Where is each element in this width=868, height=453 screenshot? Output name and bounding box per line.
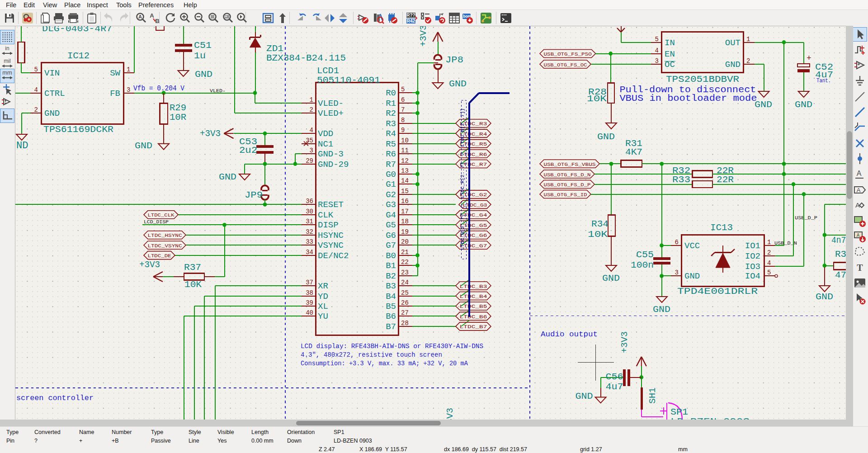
svg-text:TPS2051BDBVR: TPS2051BDBVR xyxy=(666,74,739,85)
svg-text:VDD: VDD xyxy=(318,129,333,139)
svg-text:VLED-: VLED- xyxy=(210,88,226,94)
svg-text:LTDC_B[2..7]}: LTDC_B[2..7]} xyxy=(460,108,465,147)
svg-text:USB_D_P: USB_D_P xyxy=(795,215,817,221)
svg-text:10: 10 xyxy=(401,137,409,144)
svg-text:YU: YU xyxy=(318,311,328,321)
svg-text:C55: C55 xyxy=(636,250,654,260)
svg-text:18: 18 xyxy=(401,218,409,225)
svg-text:VLED-: VLED- xyxy=(318,99,344,109)
svg-text:GND: GND xyxy=(219,172,236,182)
svg-text:22: 22 xyxy=(401,259,409,266)
svg-text:1: 1 xyxy=(127,66,130,73)
svg-text:21: 21 xyxy=(401,249,409,256)
svg-text:G6: G6 xyxy=(386,231,396,241)
svg-text:R5: R5 xyxy=(386,139,396,149)
svg-text:2: 2 xyxy=(746,57,750,65)
svg-text:4u7: 4u7 xyxy=(605,382,623,392)
svg-text:LCD1: LCD1 xyxy=(317,66,339,76)
svg-text:R42: R42 xyxy=(407,19,415,24)
svg-text:VIN: VIN xyxy=(44,68,60,78)
svg-text:4: 4 xyxy=(34,86,38,94)
svg-text:IN: IN xyxy=(665,38,675,48)
svg-text:R??: R?? xyxy=(406,13,415,18)
svg-text:40: 40 xyxy=(306,309,313,316)
svg-text:B5: B5 xyxy=(386,302,396,311)
svg-text:G7: G7 xyxy=(386,241,396,250)
svg-text:G3: G3 xyxy=(386,200,396,210)
svg-text:28: 28 xyxy=(401,320,409,327)
svg-text:TPS61169DCKR: TPS61169DCKR xyxy=(43,124,113,135)
svg-text:34: 34 xyxy=(306,249,313,256)
svg-text:30: 30 xyxy=(306,208,313,215)
svg-text:A: A xyxy=(857,233,860,238)
svg-text:1: 1 xyxy=(767,239,771,246)
svg-text:GND: GND xyxy=(684,271,700,281)
svg-text:IO2: IO2 xyxy=(745,251,760,261)
svg-text:B2: B2 xyxy=(386,271,396,281)
svg-text:3: 3 xyxy=(127,86,130,94)
svg-text:GND: GND xyxy=(602,273,620,283)
svg-text:ND: ND xyxy=(16,140,28,151)
svg-text:37: 37 xyxy=(306,279,313,286)
svg-text:B1: B1 xyxy=(386,261,396,271)
svg-text:SW: SW xyxy=(110,68,120,78)
svg-text:20: 20 xyxy=(401,238,409,245)
svg-text:2u2: 2u2 xyxy=(239,145,257,156)
svg-text:4: 4 xyxy=(310,127,313,134)
svg-text:JP8: JP8 xyxy=(445,55,463,65)
svg-text:26: 26 xyxy=(401,299,409,307)
svg-text:ZD1: ZD1 xyxy=(266,43,283,54)
svg-text:R34: R34 xyxy=(591,219,609,229)
svg-text:12: 12 xyxy=(401,157,409,165)
svg-text:GND: GND xyxy=(135,141,152,151)
svg-text:13: 13 xyxy=(401,167,409,175)
svg-text:USB_OTG_FS_PSO: USB_OTG_FS_PSO xyxy=(544,51,592,57)
svg-text:+3V3: +3V3 xyxy=(418,26,429,47)
svg-text:LD BZEN 0903: LD BZEN 0903 xyxy=(670,416,750,420)
svg-text:19: 19 xyxy=(401,228,409,236)
svg-text:Consumption: +3.3 V, max. 33 m: Consumption: +3.3 V, max. 33 mA; +32 V, … xyxy=(301,360,468,367)
svg-text:VSYNC: VSYNC xyxy=(318,241,344,250)
svg-text:2: 2 xyxy=(310,106,313,113)
svg-text:31: 31 xyxy=(306,218,313,225)
svg-text:16: 16 xyxy=(401,198,409,205)
svg-text:IO1: IO1 xyxy=(745,241,760,251)
svg-text:SP1: SP1 xyxy=(670,407,688,417)
svg-text:4.3", 480x272, resistive touch: 4.3", 480x272, resistive touch screen xyxy=(301,351,442,359)
svg-text:CLK: CLK xyxy=(318,210,334,220)
svg-text:47: 47 xyxy=(835,270,846,280)
svg-text:24: 24 xyxy=(401,279,409,286)
svg-text:A: A xyxy=(150,12,154,19)
svg-text:3: 3 xyxy=(310,147,313,154)
svg-text:Audio output: Audio output xyxy=(541,330,598,339)
svg-text:R7: R7 xyxy=(386,160,396,170)
svg-text:XL: XL xyxy=(318,302,328,311)
svg-text:VCC: VCC xyxy=(684,241,700,251)
svg-text:LTDC_CLK: LTDC_CLK xyxy=(148,212,175,218)
svg-text:5: 5 xyxy=(767,269,771,276)
svg-text:14: 14 xyxy=(401,177,409,184)
svg-text:VLED+: VLED+ xyxy=(318,109,344,118)
svg-text:GND: GND xyxy=(597,132,615,142)
svg-text:6: 6 xyxy=(401,96,405,104)
svg-text:screen controller: screen controller xyxy=(16,394,94,402)
svg-text:+: + xyxy=(807,54,811,63)
svg-text:4n7/: 4n7/ xyxy=(831,235,846,245)
svg-text:1u: 1u xyxy=(194,51,206,61)
svg-text:LTDC_B6: LTDC_B6 xyxy=(460,314,487,320)
svg-text:G2: G2 xyxy=(386,190,396,200)
svg-text:LTDC_B5: LTDC_B5 xyxy=(460,303,487,309)
svg-text:10K: 10K xyxy=(588,229,608,240)
svg-text:USB_OTG_FS_ID: USB_OTG_FS_ID xyxy=(544,192,587,198)
svg-text:25: 25 xyxy=(401,289,409,297)
svg-text:CTRL: CTRL xyxy=(44,89,65,99)
svg-text:DISP: DISP xyxy=(318,220,339,230)
svg-text:G4: G4 xyxy=(386,210,396,220)
svg-text:USB_OTG_FS_OC: USB_OTG_FS_OC xyxy=(544,62,587,68)
svg-text:A: A xyxy=(857,170,862,177)
svg-text:7: 7 xyxy=(401,106,405,113)
svg-text:R37: R37 xyxy=(184,262,201,273)
svg-text:R29: R29 xyxy=(170,103,186,113)
svg-text:+3V3: +3V3 xyxy=(619,331,630,353)
svg-text:5: 5 xyxy=(34,66,38,73)
